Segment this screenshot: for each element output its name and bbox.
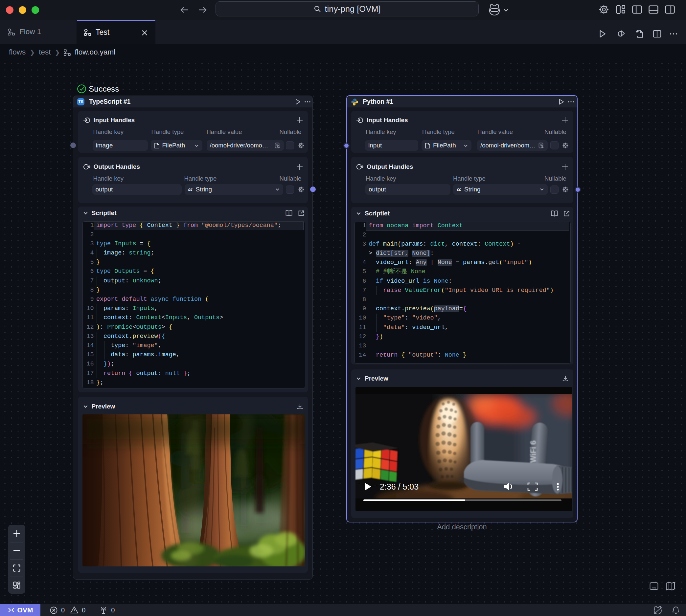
svg-text:2:36 / 5:03: 2:36 / 5:03 (380, 482, 419, 491)
svg-text:WiFi 6: WiFi 6 (529, 441, 537, 463)
